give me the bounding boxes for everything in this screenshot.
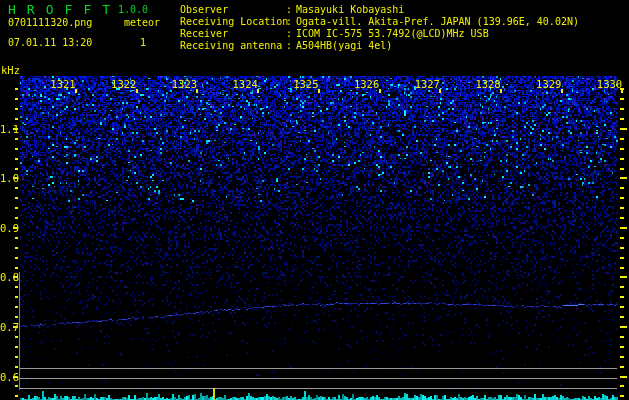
y-tick-major — [620, 276, 627, 278]
y-tick-minor — [620, 336, 624, 338]
y-tick-minor — [620, 356, 624, 358]
y-tick-minor — [15, 267, 18, 269]
y-tick-minor — [620, 108, 624, 110]
y-axis-label: 0.9 — [0, 222, 13, 234]
x-axis-label: 1322 — [111, 79, 137, 90]
y-tick-minor — [15, 237, 18, 239]
x-axis-label: 1323 — [171, 79, 197, 90]
mode-label: meteor — [124, 17, 160, 29]
counter-label: 1 — [140, 37, 146, 49]
y-tick-minor — [15, 197, 18, 199]
y-tick-minor — [620, 395, 624, 397]
info-colon: : — [286, 40, 296, 52]
y-tick-major — [620, 376, 627, 378]
spectrogram-canvas — [0, 0, 629, 400]
y-tick-minor — [620, 88, 624, 90]
y-tick-minor — [15, 168, 18, 170]
x-axis-label: 1326 — [354, 79, 380, 90]
datetime-label: 07.01.11 13:20 — [8, 37, 92, 49]
x-minute-tick — [196, 89, 198, 93]
y-tick-minor — [15, 257, 18, 259]
y-tick-minor — [620, 306, 624, 308]
y-tick-minor — [15, 88, 18, 90]
y-tick-minor — [620, 385, 624, 387]
y-tick-minor — [15, 207, 18, 209]
y-tick-major — [620, 128, 627, 130]
x-minute-tick — [257, 89, 259, 93]
y-tick-minor — [620, 237, 624, 239]
y-tick-minor — [15, 138, 18, 140]
info-colon: : — [286, 28, 296, 40]
y-tick-minor — [620, 187, 624, 189]
x-axis-label: 1324 — [232, 79, 258, 90]
info-value: ICOM IC-575 53.7492(@LCD)MHz USB — [296, 28, 489, 40]
y-tick-minor — [15, 385, 18, 387]
y-tick-minor — [15, 356, 18, 358]
y-tick-minor — [620, 197, 624, 199]
y-axis-label: 0.7 — [0, 321, 13, 333]
y-tick-minor — [15, 296, 18, 298]
x-axis-label: 1329 — [536, 79, 562, 90]
info-label: Receiving Location — [180, 16, 286, 28]
info-colon: : — [286, 16, 296, 28]
y-tick-minor — [620, 118, 624, 120]
y-tick-minor — [620, 158, 624, 160]
y-axis-label: 1.1 — [0, 123, 13, 135]
y-tick-minor — [15, 316, 18, 318]
y-tick-minor — [15, 118, 18, 120]
y-tick-minor — [620, 346, 624, 348]
y-tick-minor — [15, 187, 18, 189]
y-tick-minor — [15, 346, 18, 348]
x-minute-tick — [75, 89, 77, 93]
y-tick-minor — [620, 296, 624, 298]
y-tick-minor — [15, 148, 18, 150]
y-tick-minor — [15, 366, 18, 368]
info-value: A504HB(yagi 4el) — [296, 40, 392, 52]
y-tick-major — [13, 227, 18, 229]
y-tick-major — [13, 326, 18, 328]
x-minute-tick — [318, 89, 320, 93]
x-axis-label: 1321 — [50, 79, 76, 90]
x-minute-tick — [500, 89, 502, 93]
y-tick-minor — [620, 207, 624, 209]
filename-label: 0701111320.png — [8, 17, 92, 29]
app-title: H R O F F T — [8, 2, 112, 17]
info-label: Observer — [180, 4, 286, 16]
y-tick-minor — [620, 267, 624, 269]
y-tick-minor — [620, 247, 624, 249]
y-tick-minor — [15, 395, 18, 397]
info-row: Observer : Masayuki Kobayashi — [180, 4, 579, 16]
y-tick-minor — [620, 98, 624, 100]
info-row: Receiver : ICOM IC-575 53.7492(@LCD)MHz … — [180, 28, 579, 40]
info-value: Ogata-vill. Akita-Pref. JAPAN (139.96E, … — [296, 16, 579, 28]
y-tick-major — [620, 177, 627, 179]
y-tick-minor — [15, 286, 18, 288]
y-axis-label: 0.6 — [0, 371, 13, 383]
y-tick-minor — [620, 316, 624, 318]
y-axis-label: 1.0 — [0, 172, 13, 184]
y-tick-major — [13, 276, 18, 278]
y-tick-minor — [620, 257, 624, 259]
freq-unit-label: kHz — [1, 64, 20, 76]
info-label: Receiver — [180, 28, 286, 40]
info-colon: : — [286, 4, 296, 16]
y-tick-minor — [15, 217, 18, 219]
y-tick-minor — [620, 168, 624, 170]
station-info: Observer : Masayuki Kobayashi Receiving … — [180, 4, 579, 52]
y-axis-label: 0.8 — [0, 271, 13, 283]
x-axis-label: 1325 — [293, 79, 319, 90]
x-minute-tick — [561, 89, 563, 93]
info-label: Receiving antenna — [180, 40, 286, 52]
info-row: Receiving Location : Ogata-vill. Akita-P… — [180, 16, 579, 28]
y-tick-minor — [620, 217, 624, 219]
x-axis-label: 1330 — [596, 79, 622, 90]
y-tick-minor — [620, 148, 624, 150]
y-tick-minor — [15, 108, 18, 110]
y-tick-major — [13, 128, 18, 130]
y-tick-minor — [620, 366, 624, 368]
y-tick-minor — [15, 98, 18, 100]
y-tick-minor — [620, 286, 624, 288]
y-tick-major — [13, 376, 18, 378]
info-value: Masayuki Kobayashi — [296, 4, 404, 16]
info-row: Receiving antenna : A504HB(yagi 4el) — [180, 40, 579, 52]
